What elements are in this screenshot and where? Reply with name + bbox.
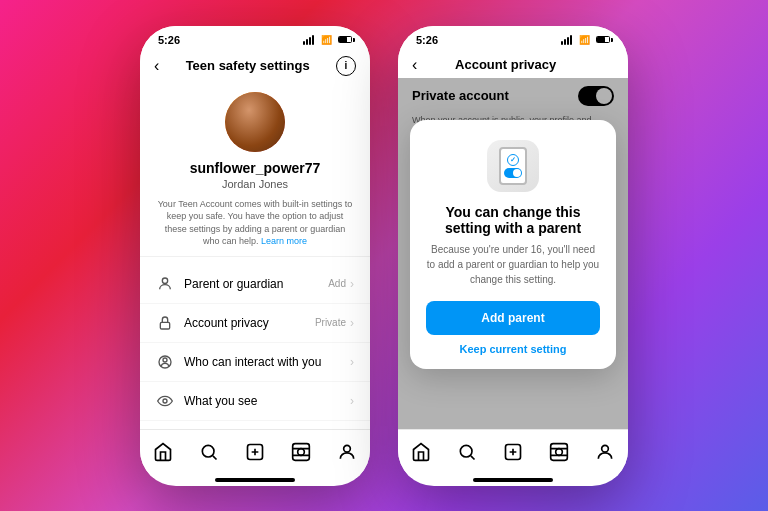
profile-section: sunflower_power77 Jordan Jones Your Teen… <box>140 80 370 256</box>
svg-point-16 <box>460 445 472 457</box>
modal-phone-icon: ✓ <box>487 140 539 192</box>
menu-item-time[interactable]: Time management › <box>140 421 370 429</box>
svg-point-0 <box>162 278 167 283</box>
nav-bar-2: ‹ Account privacy <box>398 50 628 78</box>
tab-add[interactable] <box>237 438 273 466</box>
menu-item-right-parent: Add <box>328 278 346 289</box>
svg-line-17 <box>471 455 475 459</box>
privacy-content-area: Private account When your account is pub… <box>398 78 628 429</box>
svg-point-15 <box>344 445 351 452</box>
battery-icon-2 <box>596 36 610 43</box>
phone-graphic: ✓ <box>499 147 527 185</box>
tab-home-2[interactable] <box>403 438 439 466</box>
status-bar-2: 5:26 📶 <box>398 26 628 50</box>
avatar <box>225 92 285 152</box>
check-icon: ✓ <box>510 156 516 164</box>
person-icon <box>156 275 174 293</box>
tab-home[interactable] <box>145 438 181 466</box>
tab-search[interactable] <box>191 438 227 466</box>
toggle-small-icon <box>504 168 522 178</box>
wifi-icon: 📶 <box>321 35 332 45</box>
lock-icon <box>156 314 174 332</box>
person-circle-icon <box>156 353 174 371</box>
svg-line-7 <box>213 455 217 459</box>
chevron-right-icon-interact: › <box>350 355 354 369</box>
phone-teen-safety: 5:26 📶 ‹ Teen safety settings i sunflowe… <box>140 26 370 486</box>
signal-icon <box>303 35 314 45</box>
eye-icon <box>156 392 174 410</box>
tab-add-2[interactable] <box>495 438 531 466</box>
modal-overlay: ✓ You can change this setting with a par… <box>398 78 628 429</box>
chevron-right-icon-privacy: › <box>350 316 354 330</box>
phone-account-privacy: 5:26 📶 ‹ Account privacy Private account… <box>398 26 628 486</box>
battery-icon <box>338 36 352 43</box>
tab-bar-1 <box>140 429 370 478</box>
menu-item-right-privacy: Private <box>315 317 346 328</box>
tab-reels-2[interactable] <box>541 438 577 466</box>
add-parent-button[interactable]: Add parent <box>426 301 600 335</box>
menu-item-label-privacy: Account privacy <box>184 316 315 330</box>
tab-reels[interactable] <box>283 438 319 466</box>
status-time-2: 5:26 <box>416 34 438 46</box>
check-circle: ✓ <box>507 154 519 166</box>
modal-title: You can change this setting with a paren… <box>426 204 600 236</box>
menu-item-privacy[interactable]: Account privacy Private › <box>140 304 370 343</box>
status-icons-1: 📶 <box>303 35 352 45</box>
status-icons-2: 📶 <box>561 35 610 45</box>
svg-rect-11 <box>293 443 310 460</box>
nav-title-1: Teen safety settings <box>159 58 336 73</box>
status-bar-1: 5:26 📶 <box>140 26 370 50</box>
username: sunflower_power77 <box>190 160 321 176</box>
svg-point-4 <box>163 399 167 403</box>
menu-item-label-parent: Parent or guardian <box>184 277 328 291</box>
menu-section: Parent or guardian Add › Account privacy… <box>140 256 370 429</box>
menu-item-parent[interactable]: Parent or guardian Add › <box>140 265 370 304</box>
status-time-1: 5:26 <box>158 34 180 46</box>
real-name: Jordan Jones <box>222 178 288 190</box>
tab-profile[interactable] <box>329 438 365 466</box>
learn-more-link[interactable]: Learn more <box>261 236 307 246</box>
menu-item-label-see: What you see <box>184 394 350 408</box>
svg-point-22 <box>556 448 563 455</box>
keep-setting-button[interactable]: Keep current setting <box>460 343 567 355</box>
tab-profile-2[interactable] <box>587 438 623 466</box>
svg-point-25 <box>602 445 609 452</box>
tab-search-2[interactable] <box>449 438 485 466</box>
wifi-icon-2: 📶 <box>579 35 590 45</box>
chevron-right-icon-parent: › <box>350 277 354 291</box>
menu-item-see[interactable]: What you see › <box>140 382 370 421</box>
modal-desc: Because you're under 16, you'll need to … <box>426 242 600 287</box>
svg-rect-1 <box>160 322 169 329</box>
home-indicator-1 <box>215 478 295 482</box>
menu-item-interact[interactable]: Who can interact with you › <box>140 343 370 382</box>
signal-icon-2 <box>561 35 572 45</box>
modal-card: ✓ You can change this setting with a par… <box>410 120 616 369</box>
svg-point-12 <box>298 448 305 455</box>
info-button-1[interactable]: i <box>336 56 356 76</box>
svg-point-6 <box>202 445 214 457</box>
home-indicator-2 <box>473 478 553 482</box>
chevron-right-icon-see: › <box>350 394 354 408</box>
nav-bar-1: ‹ Teen safety settings i <box>140 50 370 80</box>
nav-title-2: Account privacy <box>417 57 594 72</box>
teen-notice: Your Teen Account comes with built-in se… <box>156 198 354 248</box>
menu-item-label-interact: Who can interact with you <box>184 355 346 369</box>
svg-rect-21 <box>551 443 568 460</box>
phone1-content: sunflower_power77 Jordan Jones Your Teen… <box>140 80 370 429</box>
svg-point-3 <box>163 358 167 362</box>
tab-bar-2 <box>398 429 628 478</box>
